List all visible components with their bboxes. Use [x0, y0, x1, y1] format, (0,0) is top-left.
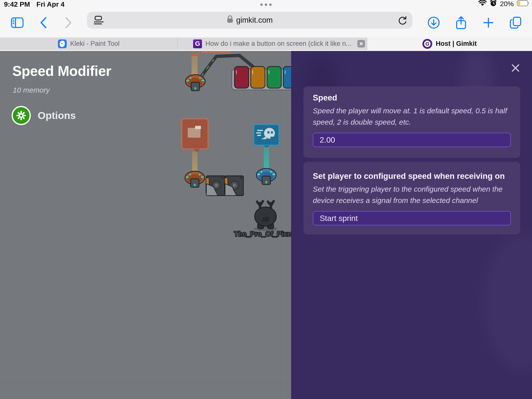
channel-input[interactable]	[313, 211, 511, 225]
tab-host-gimkit[interactable]: G Host | Gimkit	[367, 37, 532, 50]
tab-title: Kleki - Paint Tool	[70, 40, 120, 48]
setting-description: Set the triggering player to the configu…	[313, 183, 511, 206]
kleki-favicon	[58, 39, 67, 48]
battery-icon	[517, 0, 530, 8]
player-name-label: The_Pro_Of_Pixels	[234, 230, 291, 238]
player-character	[254, 201, 277, 231]
url-text: gimkit.com	[236, 16, 273, 25]
new-tab-button[interactable]	[480, 14, 497, 32]
gimkit-logo: G	[422, 39, 432, 49]
setting-heading: Set player to configured speed when rece…	[313, 171, 511, 181]
prop-machines[interactable]	[206, 176, 243, 196]
downloads-button[interactable]	[425, 14, 443, 32]
options-label: Options	[38, 110, 76, 121]
safari-toolbar: gimkit.com	[0, 8, 532, 37]
reload-button[interactable]	[398, 16, 407, 26]
gear-icon	[16, 110, 26, 121]
notification-device[interactable]	[182, 119, 208, 187]
speed-setting-card: Speed Speed the player will move at. 1 i…	[303, 86, 520, 158]
address-bar[interactable]: gimkit.com	[87, 12, 413, 29]
sidebar-toggle-button[interactable]	[8, 14, 26, 32]
status-bar: 9:42 PM Fri Apr 4 20%	[0, 0, 532, 8]
tab-title: Host | Gimkit	[436, 40, 477, 48]
tab-overview-button[interactable]	[507, 14, 525, 32]
ipad-screen: 9:42 PM Fri Apr 4 20%	[0, 0, 532, 399]
settings-panel: Speed Speed the player will move at. 1 i…	[291, 51, 532, 399]
game-canvas[interactable]: The_Pro_Of_Pixels	[0, 51, 291, 399]
page-content: The_Pro_Of_Pixels Speed Modifier 10 memo…	[0, 51, 532, 399]
device-title: Speed Modifier	[12, 63, 111, 79]
close-icon	[511, 63, 520, 73]
lock-icon	[227, 15, 233, 25]
button-row[interactable]	[232, 66, 291, 90]
wifi-icon	[478, 0, 487, 8]
gimkit-favicon: G	[193, 39, 202, 48]
close-panel-button[interactable]	[510, 62, 521, 74]
alarm-icon	[490, 0, 497, 9]
speed-input[interactable]	[313, 133, 511, 147]
forward-button[interactable]	[60, 14, 77, 32]
clock-time: 9:42 PM	[4, 0, 30, 8]
options-row[interactable]: Options	[12, 106, 76, 125]
tab-strip: Kleki - Paint Tool G How do i make a but…	[0, 37, 532, 51]
setting-description: Speed the player will move at. 1 is defa…	[313, 105, 511, 128]
speed-modifier-device[interactable]	[254, 124, 279, 184]
setting-heading: Speed	[313, 93, 511, 103]
channel-setting-card: Set player to configured speed when rece…	[303, 162, 520, 234]
options-button[interactable]	[12, 106, 31, 125]
multitask-handle[interactable]	[260, 3, 272, 6]
clock-date: Fri Apr 4	[36, 0, 65, 8]
tab-close-button[interactable]: ✕	[357, 40, 365, 48]
tab-gimkit-forum[interactable]: G How do i make a button on screen (clic…	[178, 37, 367, 50]
device-memory: 10 memory	[13, 86, 50, 94]
game-area-dimmed: The_Pro_Of_Pixels Speed Modifier 10 memo…	[0, 51, 291, 399]
tab-kleki[interactable]: Kleki - Paint Tool	[0, 37, 178, 50]
back-button[interactable]	[34, 14, 52, 32]
battery-percent: 20%	[500, 0, 514, 8]
share-button[interactable]	[452, 14, 470, 32]
tab-title: How do i make a button on screen (click …	[205, 40, 351, 48]
